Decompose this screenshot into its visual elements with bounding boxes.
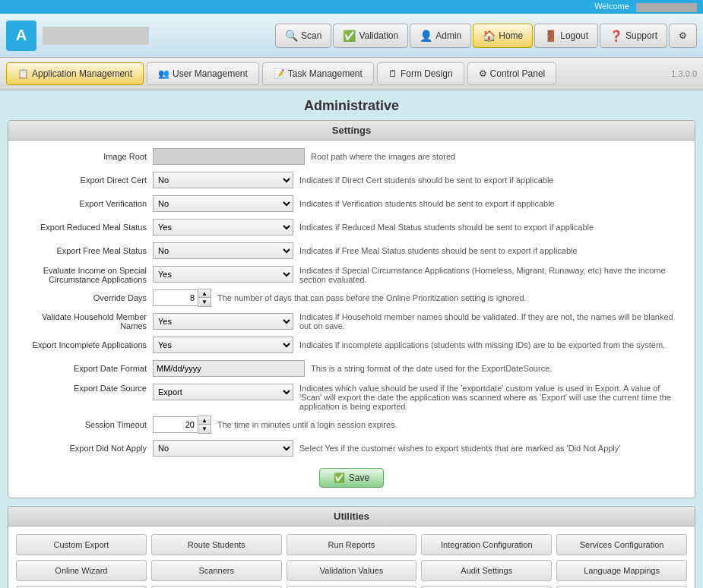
top-bar: Welcome	[0, 0, 703, 14]
export-reduced-meal-select[interactable]: NoYes	[153, 219, 293, 236]
export-reduced-meal-label: Export Reduced Meal Status	[20, 223, 153, 232]
route-students-button[interactable]: Route Students	[151, 534, 282, 555]
evaluate-income-row: Evaluate Income on Special Circumstance …	[20, 264, 683, 284]
export-reduced-meal-row: Export Reduced Meal Status NoYes Indicat…	[20, 217, 683, 237]
user-management-tab[interactable]: 👥 User Management	[147, 62, 259, 85]
logo-text	[43, 27, 149, 45]
override-days-spinner: ▲ ▼	[153, 289, 211, 307]
save-button-container: ✅ Save	[20, 462, 683, 492]
session-timeout-input[interactable]	[153, 416, 198, 433]
image-root-input[interactable]	[153, 148, 305, 165]
export-did-not-apply-select[interactable]: NoYes	[153, 440, 293, 457]
control-panel-icon: ⚙	[479, 68, 487, 79]
form-design-icon: 🗒	[388, 68, 397, 79]
export-direct-cert-desc: Indicates if Direct Cert students should…	[299, 175, 683, 185]
validate-household-label: Validate Household Member Names	[20, 312, 153, 330]
export-verification-select[interactable]: NoYes	[153, 195, 293, 212]
image-root-label: Image Root	[20, 152, 153, 161]
export-direct-cert-select[interactable]: NoYes	[153, 172, 293, 188]
task-management-tab[interactable]: 📝 Task Management	[262, 62, 374, 85]
audit-settings-button[interactable]: Audit Settings	[421, 560, 552, 581]
export-direct-cert-label: Export Direct Cert	[20, 175, 153, 185]
session-timeout-spinner: ▲ ▼	[153, 416, 211, 434]
export-verification-row: Export Verification NoYes Indicates if V…	[20, 194, 683, 213]
validate-household-select[interactable]: NoYes	[153, 313, 293, 330]
settings-panel: Settings Image Root Root path where the …	[8, 120, 695, 498]
custom-export-button[interactable]: Custom Export	[16, 534, 147, 555]
override-days-up[interactable]: ▲	[198, 289, 211, 298]
app-management-icon: 📋	[17, 68, 29, 79]
export-date-source-label: Export Date Source	[20, 382, 153, 393]
export-direct-cert-row: Export Direct Cert NoYes Indicates if Di…	[20, 170, 683, 190]
admin-nav-button[interactable]: 👤 Admin	[410, 24, 471, 48]
session-timeout-up[interactable]: ▲	[198, 416, 211, 425]
export-incomplete-select[interactable]: NoYes	[153, 337, 293, 353]
export-did-not-apply-label: Export Did Not Apply	[20, 444, 153, 453]
override-days-spinner-btns: ▲ ▼	[198, 289, 211, 307]
export-reduced-meal-desc: Indicates if Reduced Meal Status student…	[299, 223, 683, 232]
header: A 🔍 Scan ✅ Validation 👤 Admin 🏠 Home 🚪 L…	[0, 14, 703, 58]
online-wizard-button[interactable]: Online Wizard	[16, 560, 147, 581]
override-days-desc: The number of days that can pass before …	[217, 293, 683, 302]
override-days-down[interactable]: ▼	[198, 298, 211, 306]
export-date-source-select[interactable]: ExportScan	[153, 384, 293, 400]
logout-nav-button[interactable]: 🚪 Logout	[534, 24, 598, 48]
form-design-tab[interactable]: 🗒 Form Design	[377, 62, 464, 85]
export-incomplete-row: Export Incomplete Applications NoYes Ind…	[20, 335, 683, 355]
settings-panel-body: Image Root Root path where the images ar…	[8, 141, 695, 498]
validation-values-button[interactable]: Validation Values	[287, 560, 417, 581]
validation-nav-button[interactable]: ✅ Validation	[333, 24, 408, 48]
version-label: 1.3.0.0	[671, 69, 697, 78]
export-did-not-apply-row: Export Did Not Apply NoYes Select Yes if…	[20, 438, 683, 458]
validate-household-row: Validate Household Member Names NoYes In…	[20, 311, 683, 331]
evaluate-income-select[interactable]: NoYes	[153, 266, 293, 283]
session-timeout-row: Session Timeout ▲ ▼ The time in minutes …	[20, 415, 683, 435]
session-timeout-spinner-btns: ▲ ▼	[198, 416, 211, 434]
user-management-icon: 👥	[158, 68, 169, 79]
session-timeout-label: Session Timeout	[20, 420, 153, 429]
export-date-format-input[interactable]	[153, 360, 305, 377]
session-timeout-down[interactable]: ▼	[198, 425, 211, 433]
control-panel-tab[interactable]: ⚙ Control Panel	[467, 62, 557, 85]
page-title: Administrative	[8, 98, 695, 114]
scanners-button[interactable]: Scanners	[151, 560, 282, 581]
task-management-icon: 📝	[274, 68, 285, 79]
export-free-meal-select[interactable]: NoYes	[153, 242, 293, 259]
export-date-source-row: Export Date Source ExportScan Indicates …	[20, 382, 683, 411]
export-date-format-row: Export Date Format This is a string form…	[20, 359, 683, 378]
home-nav-button[interactable]: 🏠 Home	[473, 24, 533, 48]
export-incomplete-label: Export Incomplete Applications	[20, 340, 153, 349]
extra-icon: ⚙	[679, 30, 687, 41]
welcome-text: Welcome	[594, 2, 697, 11]
settings-panel-header: Settings	[8, 121, 695, 141]
validate-household-desc: Indicates if Household member names shou…	[299, 312, 683, 330]
services-config-button[interactable]: Services Configuration	[556, 534, 687, 555]
logo-area: A	[6, 21, 149, 51]
extra-nav-button[interactable]: ⚙	[669, 24, 697, 48]
run-reports-button[interactable]: Run Reports	[287, 534, 417, 555]
evaluate-income-label: Evaluate Income on Special Circumstance …	[20, 264, 153, 284]
admin-icon: 👤	[420, 30, 432, 42]
utilities-grid: Custom Export Route Students Run Reports…	[8, 526, 695, 588]
export-verification-label: Export Verification	[20, 199, 153, 208]
scan-nav-button[interactable]: 🔍 Scan	[275, 24, 331, 48]
home-icon: 🏠	[483, 30, 496, 42]
app-logo: A	[6, 21, 36, 51]
export-incomplete-desc: Indicates if incomplete applications (st…	[299, 340, 683, 349]
integration-config-button[interactable]: Integration Configuration	[421, 534, 552, 555]
export-did-not-apply-desc: Select Yes if the customer wishes to exp…	[299, 444, 683, 453]
utilities-panel: Utilities Custom Export Route Students R…	[8, 506, 695, 588]
support-nav-button[interactable]: ❓ Support	[600, 24, 667, 48]
support-icon: ❓	[610, 30, 622, 42]
image-root-desc: Root path where the images are stored	[311, 152, 683, 161]
utilities-panel-header: Utilities	[8, 507, 695, 526]
export-verification-desc: Indicates if Verification students shoul…	[299, 199, 683, 208]
validation-icon: ✅	[343, 30, 356, 42]
override-days-input[interactable]	[153, 289, 198, 306]
session-timeout-desc: The time in minutes until a login sessio…	[217, 420, 683, 429]
scan-icon: 🔍	[285, 30, 298, 42]
language-mappings-button[interactable]: Language Mappings	[556, 560, 687, 581]
save-button[interactable]: ✅ Save	[319, 468, 384, 488]
app-management-tab[interactable]: 📋 Application Management	[6, 62, 144, 85]
export-date-format-label: Export Date Format	[20, 364, 153, 373]
